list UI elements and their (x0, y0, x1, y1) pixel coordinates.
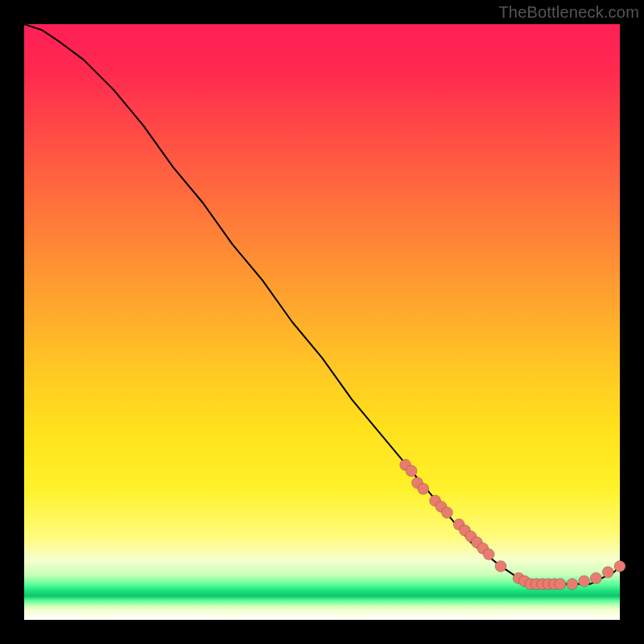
data-point (579, 576, 590, 587)
watermark-text: TheBottleneck.com (498, 3, 639, 22)
data-point (418, 483, 429, 494)
plot-overlay (24, 24, 620, 620)
data-point (441, 507, 452, 518)
chart-stage: TheBottleneck.com (0, 0, 644, 644)
plot-area (24, 24, 620, 620)
data-point (495, 560, 506, 572)
bottleneck-curve (24, 24, 620, 584)
data-point (406, 465, 417, 477)
data-point (555, 579, 566, 590)
scatter-points (400, 460, 625, 590)
data-point (483, 549, 494, 560)
data-point (614, 560, 625, 572)
data-point (567, 579, 578, 590)
data-point (602, 567, 613, 578)
data-point (590, 572, 601, 584)
